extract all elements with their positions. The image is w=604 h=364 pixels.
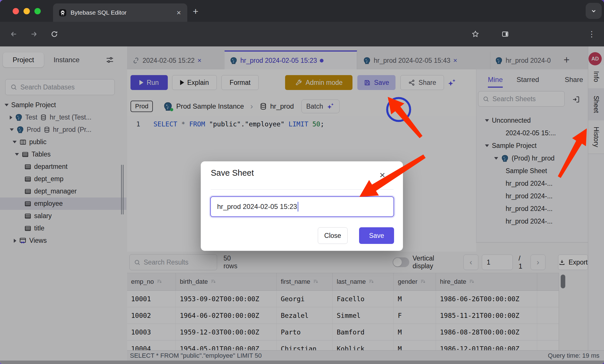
sort-icon[interactable] [210, 278, 217, 285]
new-tab-icon[interactable]: + [193, 6, 198, 16]
rail-tab-history[interactable]: History [588, 120, 604, 154]
forward-icon[interactable] [30, 30, 38, 38]
share-button[interactable]: Share [400, 75, 444, 90]
tree-item-public[interactable]: public [0, 136, 126, 148]
table-row[interactable]: 100011953-09-02T00:00:00ZGeorgiFacelloM1… [127, 291, 559, 307]
admin-mode-button[interactable]: Admin mode [285, 75, 352, 90]
save-button[interactable]: Save [357, 75, 395, 90]
editor-tab-3[interactable]: hr_prod 2024-02-05 15:43 × [358, 52, 490, 69]
prev-page-button[interactable]: ‹ [463, 255, 478, 270]
column-header[interactable]: gender [394, 273, 436, 290]
export-button[interactable]: Export [558, 255, 588, 270]
tree-item-tables[interactable]: Tables [0, 148, 126, 161]
tree-item-department[interactable]: department [0, 161, 126, 173]
side-panel-icon[interactable] [501, 30, 509, 38]
column-header[interactable]: hire_date [436, 273, 537, 290]
table-row[interactable]: 100031959-12-03T00:00:00ZPartoBamfordM19… [127, 324, 559, 340]
tab-search-button[interactable] [586, 3, 602, 19]
sheet-group-project[interactable]: Sample Project [476, 139, 597, 152]
editor-tab-2-active[interactable]: hr_prod 2024-02-05 15:23 [225, 50, 357, 69]
tree-item-employee[interactable]: employee [0, 197, 126, 210]
vertical-display-label: Vertical display [413, 255, 455, 270]
sheet-item[interactable]: hr_prod 2024-... [476, 202, 604, 215]
search-databases-input[interactable]: Search Databases [5, 79, 115, 95]
macos-minimize-button[interactable] [24, 8, 30, 14]
explain-button[interactable]: Explain [172, 75, 217, 90]
format-button[interactable]: Format [221, 75, 259, 90]
bookmark-star-icon[interactable] [471, 30, 480, 38]
back-icon[interactable] [10, 30, 18, 38]
table-row[interactable]: 100021964-06-02T00:00:00ZBezalelSimmelF1… [127, 307, 559, 324]
sheet-name-input[interactable]: hr_prod 2024-02-05 15:23 [210, 196, 394, 217]
filter-sliders-icon[interactable] [106, 56, 114, 64]
tree-item-prod-hr-prod[interactable]: Prodhr_prod (Pr... [0, 124, 126, 136]
add-tab-icon[interactable]: + [564, 54, 570, 66]
vertical-display-toggle[interactable] [393, 257, 409, 267]
batch-button[interactable]: Batch [301, 99, 340, 113]
instance-name[interactable]: Prod Sample Instance [176, 102, 244, 110]
sort-icon[interactable] [313, 278, 319, 285]
tree-item-title[interactable]: title [0, 222, 126, 234]
ai-sparkles-icon[interactable] [447, 78, 457, 88]
next-page-button[interactable]: › [531, 255, 545, 270]
import-sheet-icon[interactable] [572, 95, 580, 104]
tab-project[interactable]: Project [3, 52, 44, 67]
run-button[interactable]: Run [130, 75, 168, 90]
tree-item-sample-project[interactable]: Sample Project [0, 99, 126, 111]
tab-starred[interactable]: Starred [517, 76, 539, 84]
database-name[interactable]: hr_prod [270, 102, 294, 110]
tree-item-dept-emp[interactable]: dept_emp [0, 173, 126, 185]
browser-menu-icon[interactable]: ⋮ [587, 30, 596, 38]
sheet-group-unconnected[interactable]: Unconnected [476, 114, 597, 127]
sidebar-resize-handle[interactable] [121, 165, 124, 214]
sort-icon[interactable] [156, 278, 163, 285]
column-header[interactable]: emp_no [127, 273, 176, 290]
search-sheets-input[interactable]: Search Sheets [478, 91, 565, 107]
reload-icon[interactable] [50, 30, 58, 38]
sheet-item[interactable]: hr_prod 2024-... [476, 177, 604, 190]
instance-icon-wrap [163, 102, 173, 111]
sheet-item[interactable]: 2024-02-05 15:... [476, 127, 604, 139]
close-tab-icon[interactable]: × [198, 56, 202, 64]
table-row[interactable]: 100041954-05-01T00:00:00ZChirstianKoblic… [127, 340, 559, 350]
tree-item-test-hr-test[interactable]: Testhr_test (Test... [0, 111, 126, 124]
macos-close-button[interactable] [13, 8, 19, 14]
sheet-item[interactable]: hr_prod 2024-... [476, 215, 604, 228]
page-number-input[interactable] [482, 255, 513, 270]
page-total: / 1 [519, 254, 526, 270]
postgres-icon [501, 154, 509, 162]
sort-icon[interactable] [469, 278, 476, 285]
sheet-item[interactable]: hr_prod 2024-... [476, 190, 604, 202]
column-header[interactable]: first_name [277, 273, 333, 290]
editor-tab-1[interactable]: 2024-02-05 15:22 × [127, 52, 225, 69]
browser-tab-strip: Bytebase SQL Editor × + [0, 0, 604, 22]
browser-tab[interactable]: Bytebase SQL Editor × [53, 3, 187, 22]
editor-tab-4[interactable]: hr_prod 2024-0 [490, 52, 571, 69]
tree-item-salary[interactable]: salary [0, 210, 126, 222]
rail-tab-info[interactable]: Info [588, 65, 604, 89]
sheet-connection[interactable]: (Prod) hr_prod [476, 152, 604, 165]
save-confirm-button[interactable]: Save [359, 227, 394, 244]
tree-item-views[interactable]: Views [0, 234, 126, 247]
window-bottom-edge [0, 361, 604, 364]
macos-zoom-button[interactable] [34, 8, 41, 14]
column-header[interactable]: last_name [333, 273, 394, 290]
browser-tab-close-icon[interactable]: × [177, 9, 181, 16]
column-header[interactable]: birth_date [176, 273, 277, 290]
tab-share[interactable]: Share [565, 76, 583, 84]
close-button[interactable]: Close [318, 227, 348, 244]
sheet-item[interactable]: Sample Sheet⋯ [476, 165, 604, 177]
rail-tab-sheet[interactable]: Sheet [588, 88, 604, 121]
search-results-input[interactable]: Search Results [129, 254, 217, 270]
close-tab-icon[interactable]: × [453, 56, 457, 64]
table-scrollbar[interactable] [561, 275, 565, 288]
sort-icon[interactable] [368, 278, 375, 285]
tab-instance[interactable]: Instance [44, 52, 89, 67]
tab-mine[interactable]: Mine [488, 76, 503, 88]
tree-item-dept-manager[interactable]: dept_manager [0, 185, 126, 197]
dialog-close-icon[interactable]: × [379, 170, 385, 180]
environment-chip: Prod [130, 101, 153, 112]
row-count: 50 rows [223, 255, 246, 270]
sort-icon[interactable] [420, 278, 427, 285]
user-avatar[interactable]: AD [589, 52, 602, 65]
